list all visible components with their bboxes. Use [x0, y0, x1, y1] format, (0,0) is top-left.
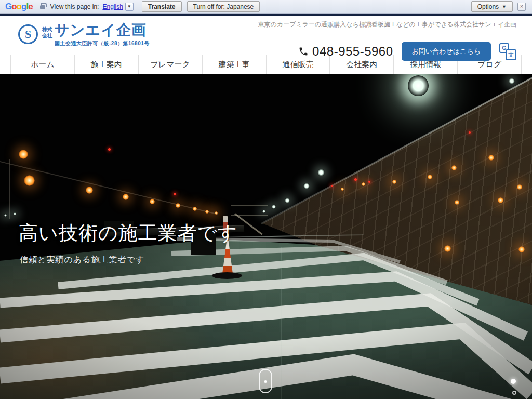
logo-circle-s-icon: S: [18, 24, 38, 44]
wall-light-glow: [517, 184, 522, 190]
logo-text-block: サンエイ企画 国土交通大臣許可（般-28）第16801号: [55, 22, 150, 47]
streetlight-glow: [150, 199, 155, 204]
floodlight-glow: [262, 210, 265, 213]
wall-light-glow: [451, 165, 457, 170]
wall-light-glow: [444, 245, 451, 252]
nav-item-home[interactable]: ホーム: [10, 55, 74, 74]
red-light: [354, 178, 357, 181]
streetlight-glow: [86, 187, 93, 194]
site-header: S 株式 会社 サンエイ企画 国土交通大臣許可（般-28）第16801号 東京の…: [0, 16, 532, 55]
company-name: サンエイ企画: [55, 22, 150, 38]
streetlight-glow: [19, 150, 28, 159]
red-light: [331, 185, 333, 187]
streetlight-glow: [215, 211, 218, 215]
header-contact-area: 048-955-5960 お問い合わせはこちら G 文: [298, 42, 516, 61]
company-logo[interactable]: S 株式 会社 サンエイ企画 国土交通大臣許可（般-28）第16801号: [18, 22, 150, 47]
site-tagline: 東京のカーブミラーの通販購入なら標識看板施工などの工事ができる株式会社サンエイ企…: [258, 20, 516, 29]
wall-light-glow: [488, 155, 494, 161]
scroll-dot-icon: [264, 380, 267, 383]
streetlight-glow: [123, 194, 129, 200]
red-light: [108, 148, 111, 151]
wall-light-glow: [341, 188, 344, 191]
chevron-down-icon: ▼: [127, 4, 131, 9]
wall-light-glow: [455, 200, 459, 205]
lock-icon: [40, 5, 45, 9]
red-light: [368, 181, 370, 183]
floodlight-glow: [317, 169, 325, 176]
floodlight-glow: [408, 75, 429, 96]
chevron-down-icon: ▼: [502, 4, 507, 9]
wall-light-glow: [392, 180, 396, 184]
floodlight-glow: [285, 198, 290, 203]
translate-button[interactable]: Translate: [142, 1, 182, 12]
wall-light-glow: [362, 182, 365, 186]
translate-widget-icon[interactable]: G 文: [499, 43, 516, 60]
view-page-label: View this page in:: [50, 3, 99, 10]
hero-subtitle: 信頼と実績のある施工業者です: [20, 255, 144, 265]
phone-icon: [298, 46, 309, 57]
pavement-seam: [281, 247, 282, 399]
phone-number: 048-955-5960: [298, 44, 393, 59]
language-link[interactable]: English: [102, 3, 123, 10]
traffic-cone-base: [212, 272, 242, 279]
nav-item-construction-guide[interactable]: 施工案内: [74, 55, 138, 74]
turn-off-button[interactable]: Turn off for: Japanese: [187, 1, 260, 12]
carousel-dot-active[interactable]: [511, 379, 516, 384]
streetlight-pole: [9, 159, 10, 219]
distant-light: [14, 212, 16, 215]
contact-button[interactable]: お問い合わせはこちら: [402, 42, 491, 61]
distant-light: [4, 214, 7, 217]
red-light: [469, 131, 471, 134]
logo-kabushiki-kaisha: 株式 会社: [42, 26, 52, 47]
streetlight-glow: [176, 203, 180, 208]
language-dropdown-button[interactable]: ▼: [125, 3, 134, 11]
floodlight-glow: [272, 205, 276, 209]
hero-title: 高い技術の施工業者です: [19, 220, 237, 246]
floodlight-glow: [303, 183, 310, 189]
license-number: 国土交通大臣許可（般-28）第16801号: [55, 40, 150, 47]
close-icon[interactable]: ×: [517, 3, 526, 11]
google-translate-bar: Google View this page in: English ▼ Tran…: [0, 0, 532, 14]
scroll-down-indicator[interactable]: [259, 369, 272, 393]
nav-item-building-works[interactable]: 建築工事: [202, 55, 266, 74]
streetlight-glow: [205, 210, 209, 214]
hero-slider: 高い技術の施工業者です 信頼と実績のある施工業者です: [0, 74, 532, 399]
red-light: [174, 193, 176, 195]
wall-light-glow: [428, 175, 432, 179]
streetlight-glow: [24, 175, 35, 186]
nav-item-premark[interactable]: プレマーク: [138, 55, 202, 74]
streetlight-glow: [193, 207, 197, 211]
wall-light-glow: [498, 197, 503, 203]
wall-light-glow: [518, 246, 525, 252]
carousel-dot[interactable]: [512, 391, 516, 395]
options-button[interactable]: Options▼: [471, 1, 513, 12]
floodlight-glow: [509, 78, 515, 84]
google-logo: Google: [5, 2, 33, 12]
